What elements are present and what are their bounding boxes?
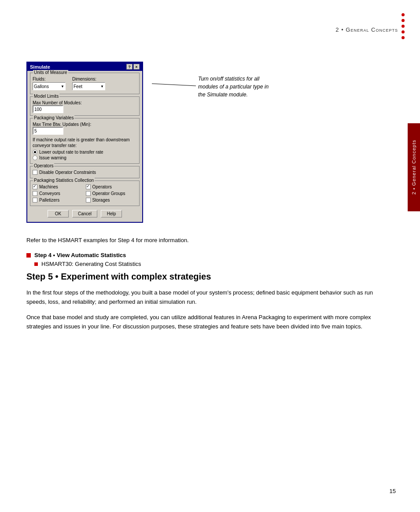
callout-container: Turn on/off statistics for all modules o… bbox=[152, 62, 275, 99]
units-group: Units of Measure Fluids: Gallons ▼ bbox=[30, 73, 140, 94]
operator-groups-checkbox[interactable] bbox=[86, 191, 91, 196]
fluids-dimensions-row: Fluids: Gallons ▼ Dimensions: Feet bbox=[33, 77, 137, 90]
max-time-input[interactable] bbox=[33, 127, 63, 135]
simulate-dialog: Simulate ? × Units of Measure Fluids: bbox=[26, 62, 143, 223]
storages-label: Storages bbox=[92, 198, 110, 203]
step4-sub-label: HSMART30: Generating Cost Statistics bbox=[41, 261, 141, 267]
dimensions-field: Dimensions: Feet ▼ bbox=[72, 77, 105, 90]
dimensions-dropdown-arrow: ▼ bbox=[100, 85, 104, 88]
disable-constraints-checkbox[interactable] bbox=[33, 170, 37, 175]
dialog-content: Units of Measure Fluids: Gallons ▼ bbox=[27, 71, 142, 222]
fluids-dropdown-arrow: ▼ bbox=[61, 85, 64, 88]
fluids-label: Fluids: bbox=[33, 77, 66, 81]
fluids-field: Fluids: Gallons ▼ bbox=[33, 77, 66, 90]
callout-text: Turn on/off statistics for all modules o… bbox=[198, 75, 275, 99]
dimensions-select[interactable]: Feet ▼ bbox=[72, 82, 105, 90]
chapter-title: 2 • General Concepts bbox=[335, 26, 398, 33]
step4-item: Step 4 • View Automatic Statistics bbox=[26, 252, 394, 258]
max-time-label: Max Time Btw. Updates (Min): bbox=[33, 122, 137, 127]
conveyors-checkbox[interactable] bbox=[33, 191, 37, 196]
close-button[interactable]: × bbox=[133, 64, 140, 70]
model-limits-group: Model Limits Max Number of Modules: 100 bbox=[30, 96, 140, 116]
max-modules-label: Max Number of Modules: bbox=[33, 100, 137, 105]
dialog-title: Simulate bbox=[30, 64, 50, 70]
packaging-vars-content: Max Time Btw. Updates (Min): If machine … bbox=[33, 122, 137, 160]
machine-output-text: If machine output rate is greater than d… bbox=[33, 137, 137, 148]
chapter-header: 2 • General Concepts bbox=[335, 26, 398, 33]
pkg-stats-content: Machines Operators Conveyors Operat bbox=[33, 184, 137, 203]
radio-lower-rate-row: Lower output rate to transfer rate bbox=[33, 150, 137, 155]
storages-checkbox[interactable] bbox=[86, 198, 91, 203]
step5-heading: Step 5 • Experiment with complex strateg… bbox=[26, 272, 394, 282]
titlebar-buttons: ? × bbox=[126, 64, 140, 70]
dot-4 bbox=[402, 30, 405, 33]
side-tab: 2 • General Concepts bbox=[408, 123, 420, 211]
page-number: 15 bbox=[390, 488, 396, 494]
step4-bullet bbox=[26, 253, 31, 258]
dot-1 bbox=[402, 13, 405, 16]
step4-sub-item: HSMART30: Generating Cost Statistics bbox=[34, 261, 394, 267]
svg-line-0 bbox=[152, 84, 196, 86]
fluids-select[interactable]: Gallons ▼ bbox=[33, 82, 66, 90]
disable-constraints-label: Disable Operator Constraints bbox=[39, 170, 96, 175]
storages-row: Storages bbox=[86, 198, 137, 203]
pkg-stats-group: Packaging Statistics Collection Machines… bbox=[30, 180, 140, 206]
operators-checkbox[interactable] bbox=[86, 184, 91, 189]
pkg-stats-label: Packaging Statistics Collection bbox=[33, 178, 95, 183]
step5-paragraph2: Once that base model and study are compl… bbox=[26, 313, 394, 332]
radio-lower-rate-label: Lower output rate to transfer rate bbox=[39, 150, 103, 155]
palletizers-checkbox[interactable] bbox=[33, 198, 37, 203]
help-dialog-button[interactable]: Help bbox=[101, 210, 122, 217]
machines-checkbox[interactable] bbox=[33, 184, 37, 189]
dot-5 bbox=[402, 36, 405, 39]
dot-2 bbox=[402, 19, 405, 22]
radio-issue-warning-label: Issue warning bbox=[39, 155, 66, 160]
dimensions-label: Dimensions: bbox=[72, 77, 105, 81]
model-limits-content: Max Number of Modules: 100 bbox=[33, 100, 137, 113]
model-limits-label: Model Limits bbox=[33, 94, 59, 99]
conveyors-label: Conveyors bbox=[39, 191, 60, 196]
radio-issue-warning-row: Issue warning bbox=[33, 155, 137, 160]
machines-label: Machines bbox=[39, 184, 58, 189]
step5-paragraph1: In the first four steps of the methodolo… bbox=[26, 288, 394, 307]
radio-lower-rate[interactable] bbox=[33, 150, 37, 155]
operators-row: Operators bbox=[86, 184, 137, 189]
refer-paragraph: Refer to the HSMART examples for Step 4 … bbox=[26, 236, 394, 245]
palletizers-label: Palletizers bbox=[39, 198, 59, 203]
ok-button[interactable]: OK bbox=[48, 210, 69, 217]
step4-sub-bullet bbox=[34, 262, 38, 266]
disable-constraints-row: Disable Operator Constraints bbox=[33, 170, 137, 175]
palletizers-row: Palletizers bbox=[33, 198, 84, 203]
help-button[interactable]: ? bbox=[126, 64, 133, 70]
operator-groups-label: Operator Groups bbox=[92, 191, 125, 196]
operators-group-label: Operators bbox=[33, 163, 54, 168]
units-group-content: Fluids: Gallons ▼ Dimensions: Feet bbox=[33, 77, 137, 90]
decorative-dots bbox=[402, 13, 405, 39]
operators-label: Operators bbox=[92, 184, 112, 189]
max-modules-input[interactable]: 100 bbox=[33, 105, 63, 113]
cancel-button[interactable]: Cancel bbox=[72, 210, 97, 217]
dialog-buttons: OK Cancel Help bbox=[30, 208, 140, 219]
dot-3 bbox=[402, 25, 405, 28]
units-group-label: Units of Measure bbox=[33, 70, 68, 75]
packaging-vars-group: Packaging Variables Max Time Btw. Update… bbox=[30, 118, 140, 164]
machines-row: Machines bbox=[33, 184, 84, 189]
operators-content: Disable Operator Constraints bbox=[33, 170, 137, 175]
operators-group: Operators Disable Operator Constraints bbox=[30, 166, 140, 178]
conveyors-row: Conveyors bbox=[33, 191, 84, 196]
main-content: Simulate ? × Units of Measure Fluids: bbox=[26, 0, 394, 332]
operator-groups-row: Operator Groups bbox=[86, 191, 137, 196]
packaging-vars-label: Packaging Variables bbox=[33, 115, 74, 120]
dialog-area: Simulate ? × Units of Measure Fluids: bbox=[26, 62, 394, 223]
radio-issue-warning[interactable] bbox=[33, 155, 37, 160]
step4-label: Step 4 • View Automatic Statistics bbox=[34, 252, 126, 258]
